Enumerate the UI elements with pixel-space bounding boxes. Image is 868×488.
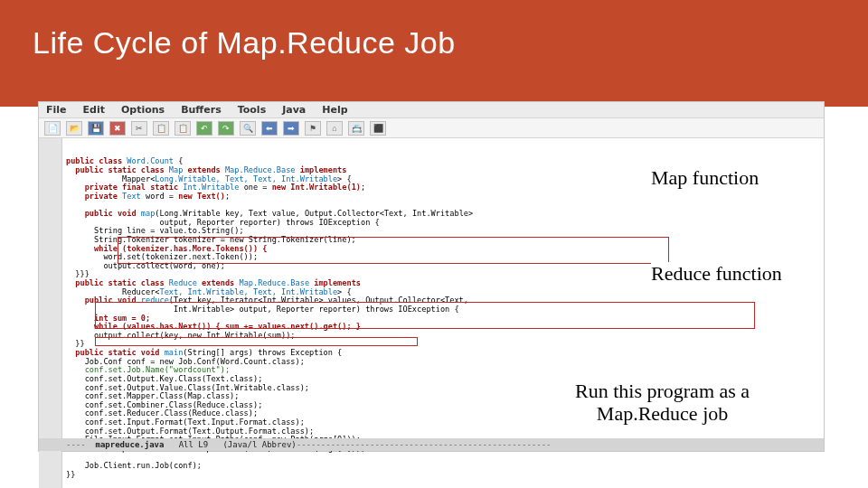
callout-map: Map function (651, 166, 759, 189)
menu-java[interactable]: Java (282, 104, 306, 116)
menubar: File Edit Options Buffers Tools Java Hel… (39, 102, 824, 118)
callout-reduce: Reduce function (651, 262, 782, 285)
status-bar: ---- mapreduce.java All L9 (Java/l Abbre… (39, 438, 824, 451)
paste-icon[interactable]: 📋 (175, 121, 191, 136)
callout-run: Run this program as a Map.Reduce job (575, 380, 750, 426)
code-line: public class (66, 156, 127, 165)
page-title: Life Cycle of Map.Reduce Job (33, 25, 868, 61)
highlight-reduce-body (95, 302, 755, 329)
new-file-icon[interactable]: 📄 (44, 121, 61, 136)
back-icon[interactable]: ⬅ (261, 121, 278, 136)
menu-help[interactable]: Help (322, 104, 347, 116)
gutter (39, 138, 62, 488)
status-pos: All L9 (179, 440, 209, 449)
save-icon[interactable]: 💾 (88, 121, 104, 136)
copy-icon[interactable]: 📋 (153, 121, 169, 136)
undo-icon[interactable]: ↶ (196, 121, 212, 136)
highlight-map-body (118, 237, 669, 264)
menu-file[interactable]: File (46, 104, 67, 116)
slide-header: Life Cycle of Map.Reduce Job (0, 0, 868, 107)
menu-buffers[interactable]: Buffers (181, 104, 222, 116)
toolbar: 📄 📂 💾 ✖ ✂ 📋 📋 ↶ ↷ 🔍 ⬅ ➡ ⚑ ⌂ 📇 ⬛ (39, 118, 824, 138)
menu-edit[interactable]: Edit (83, 104, 105, 116)
status-mode: (Java/l Abbrev) (222, 440, 296, 449)
redo-icon[interactable]: ↷ (218, 121, 234, 136)
close-icon[interactable]: ✖ (109, 121, 126, 136)
bookmark-icon[interactable]: ⚑ (305, 121, 321, 136)
forward-icon[interactable]: ➡ (283, 121, 299, 136)
highlight-main-decl (95, 337, 418, 346)
menu-tools[interactable]: Tools (238, 104, 266, 116)
cut-icon[interactable]: ✂ (131, 121, 147, 136)
open-icon[interactable]: 📂 (66, 121, 82, 136)
status-file: mapreduce.java (96, 440, 165, 449)
slide: Life Cycle of Map.Reduce Job File Edit O… (0, 0, 868, 488)
index-icon[interactable]: 📇 (348, 121, 364, 136)
search-icon[interactable]: 🔍 (240, 121, 256, 136)
home-icon[interactable]: ⌂ (326, 121, 343, 136)
menu-options[interactable]: Options (121, 104, 165, 116)
stop-icon[interactable]: ⬛ (370, 121, 386, 136)
